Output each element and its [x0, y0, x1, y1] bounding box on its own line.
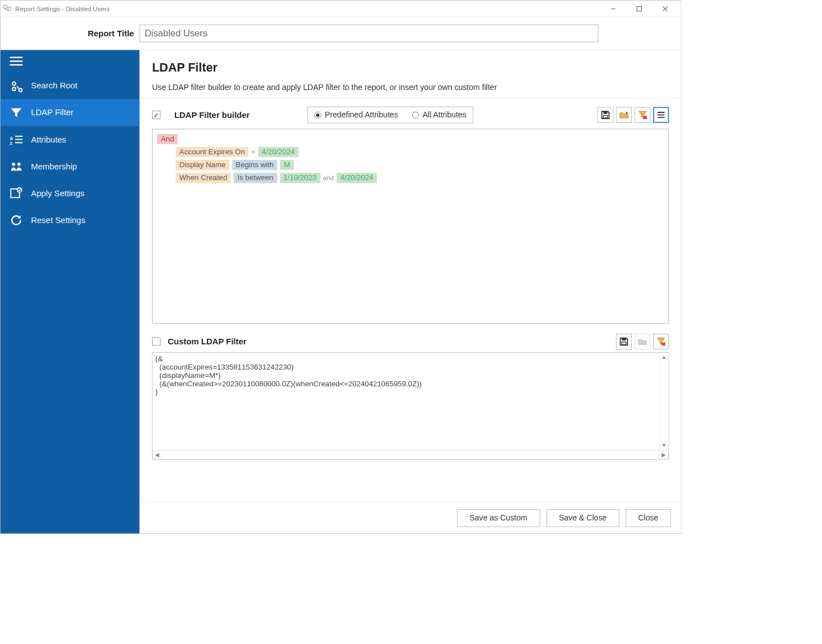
attributes-icon: az — [10, 133, 22, 146]
sidebar-item-label: Membership — [31, 162, 77, 171]
custom-header: Custom LDAP Filter — [152, 334, 669, 349]
membership-icon — [10, 160, 22, 173]
attribute-scope-group: Predefined Attributes All Attributes — [307, 107, 473, 124]
radio-label: All Attributes — [423, 110, 466, 120]
save-custom-filter-button[interactable] — [616, 334, 632, 349]
sidebar-item-apply-settings[interactable]: Apply Settings — [1, 180, 140, 207]
save-as-custom-button[interactable]: Save as Custom — [457, 509, 540, 527]
sidebar-item-label: Attributes — [31, 135, 67, 144]
custom-label: Custom LDAP Filter — [168, 337, 247, 346]
sidebar-item-membership[interactable]: Membership — [1, 153, 140, 180]
body: Search Root LDAP Filter az Attributes Me… — [1, 50, 681, 533]
sidebar-item-ldap-filter[interactable]: LDAP Filter — [1, 99, 140, 126]
svg-point-18 — [12, 163, 15, 166]
open-custom-filter-button — [635, 334, 650, 349]
clear-custom-filter-button[interactable] — [653, 334, 669, 349]
close-window-button[interactable] — [652, 0, 678, 17]
val-token[interactable]: M — [280, 160, 294, 170]
hamburger-menu[interactable] — [1, 50, 140, 73]
panel-title: LDAP Filter — [152, 60, 669, 75]
attr-token[interactable]: Account Expires On — [176, 147, 248, 157]
sidebar-item-label: LDAP Filter — [31, 108, 74, 117]
reset-icon — [10, 214, 22, 226]
horiz-scrollbar[interactable]: ◀ ▶ — [153, 450, 669, 460]
save-and-close-button[interactable]: Save & Close — [546, 509, 619, 527]
open-filter-button[interactable] — [616, 107, 632, 122]
sidebar-item-label: Apply Settings — [31, 188, 84, 198]
filter-line[interactable]: When Created Is between 1/10/2023 and 4/… — [176, 173, 664, 183]
val-token[interactable]: 4/20/2024 — [337, 173, 377, 183]
footer: Save as Custom Save & Close Close — [140, 503, 681, 534]
custom-toolbar — [616, 334, 669, 349]
scroll-up-icon[interactable]: ▲ — [662, 353, 667, 362]
svg-rect-0 — [4, 5, 7, 8]
save-filter-button[interactable] — [598, 107, 613, 122]
root-and-token[interactable]: And — [157, 134, 178, 144]
minimize-button[interactable] — [601, 0, 626, 17]
radio-dot-icon — [314, 111, 321, 118]
vert-scrollbar[interactable]: ▲ ▼ — [659, 353, 669, 450]
apply-icon — [10, 187, 22, 200]
svg-rect-30 — [622, 342, 626, 345]
report-header: Report Title — [1, 17, 681, 50]
text-mode-button[interactable] — [653, 107, 669, 122]
scroll-right-icon[interactable]: ▶ — [659, 451, 669, 460]
window-title: Report Settings - Disabled Users — [15, 5, 600, 12]
clear-filter-button[interactable] — [635, 107, 650, 122]
custom-filter-textarea[interactable] — [153, 353, 669, 450]
panel-body: LDAP Filter builder Predefined Attribute… — [140, 98, 681, 503]
maximize-button[interactable] — [626, 0, 652, 17]
val-token[interactable]: 4/20/2024 — [258, 147, 298, 157]
panel-head: LDAP Filter Use LDAP filter builder to c… — [140, 50, 681, 98]
custom-filter-box: ▲ ▼ ◀ ▶ — [152, 352, 669, 460]
svg-line-12 — [17, 86, 20, 89]
connector-token: and — [323, 174, 334, 182]
main-panel: LDAP Filter Use LDAP filter builder to c… — [140, 50, 681, 534]
svg-rect-29 — [622, 338, 626, 341]
op-token[interactable]: Is between — [234, 173, 277, 183]
filter-line[interactable]: Display Name Begins with M — [176, 160, 664, 170]
report-title-input[interactable] — [140, 25, 599, 42]
radio-predefined-attributes[interactable]: Predefined Attributes — [314, 110, 398, 120]
scroll-left-icon[interactable]: ◀ — [153, 451, 162, 460]
attr-token[interactable]: When Created — [176, 173, 231, 183]
close-button[interactable]: Close — [626, 509, 671, 527]
filter-icon — [10, 106, 22, 119]
radio-dot-icon — [412, 111, 419, 118]
attr-token[interactable]: Display Name — [176, 160, 229, 170]
sidebar-item-reset-settings[interactable]: Reset Settings — [1, 207, 140, 234]
svg-rect-3 — [637, 6, 641, 11]
svg-rect-22 — [603, 111, 607, 114]
op-token[interactable]: Begins with — [232, 160, 277, 170]
builder-toolbar — [598, 107, 669, 122]
svg-point-10 — [12, 87, 16, 91]
sidebar: Search Root LDAP Filter az Attributes Me… — [1, 50, 140, 534]
filter-line[interactable]: Account Expires On = 4/20/2024 — [176, 147, 664, 157]
svg-text:z: z — [10, 140, 12, 146]
custom-checkbox[interactable] — [152, 338, 160, 346]
radio-label: Predefined Attributes — [325, 110, 398, 120]
svg-point-9 — [12, 82, 16, 86]
sidebar-item-label: Search Root — [31, 81, 78, 91]
svg-point-19 — [17, 163, 21, 166]
svg-rect-23 — [603, 116, 607, 119]
scroll-down-icon[interactable]: ▼ — [662, 441, 667, 450]
sidebar-item-attributes[interactable]: az Attributes — [1, 126, 140, 153]
builder-checkbox[interactable] — [152, 111, 160, 119]
val-token[interactable]: 1/10/2023 — [280, 173, 320, 183]
svg-rect-1 — [8, 7, 11, 11]
app-icon — [3, 4, 12, 13]
op-token[interactable]: = — [252, 148, 256, 155]
sidebar-item-search-root[interactable]: Search Root — [1, 72, 140, 99]
panel-subtitle: Use LDAP filter builder to create and ap… — [152, 83, 669, 92]
report-title-label: Report Title — [1, 29, 140, 38]
filter-builder-area[interactable]: And Account Expires On = 4/20/2024 Displ… — [152, 129, 669, 323]
builder-label: LDAP Filter builder — [174, 110, 250, 120]
radio-all-attributes[interactable]: All Attributes — [412, 110, 466, 120]
window: Report Settings - Disabled Users Report … — [0, 0, 682, 534]
titlebar: Report Settings - Disabled Users — [1, 1, 681, 17]
search-root-icon — [10, 79, 22, 92]
sidebar-item-label: Reset Settings — [31, 215, 86, 225]
builder-header: LDAP Filter builder Predefined Attribute… — [152, 107, 669, 124]
